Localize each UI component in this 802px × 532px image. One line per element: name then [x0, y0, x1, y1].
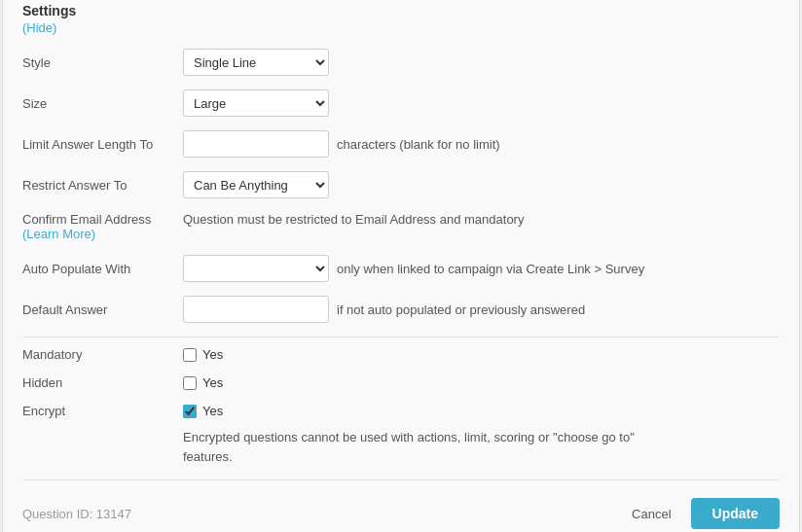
size-label: Size — [22, 96, 183, 111]
mandatory-row: Mandatory Yes — [22, 347, 780, 362]
confirm-email-main-label: Confirm Email Address — [22, 212, 183, 227]
footer: Question ID: 13147 Cancel Update — [22, 490, 780, 529]
encrypt-row: Encrypt Yes — [22, 404, 780, 418]
confirm-email-message: Question must be restricted to Email Add… — [183, 212, 524, 227]
encrypt-yes-label[interactable]: Yes — [202, 404, 223, 418]
default-answer-label: Default Answer — [22, 302, 183, 317]
divider-1 — [22, 337, 780, 337]
default-answer-input[interactable] — [183, 296, 329, 323]
mandatory-checkbox-group: Yes — [183, 347, 223, 362]
restrict-label: Restrict Answer To — [22, 178, 183, 193]
divider-2 — [22, 479, 780, 480]
hidden-checkbox[interactable] — [183, 376, 197, 390]
limit-input[interactable] — [183, 130, 329, 158]
auto-populate-select[interactable] — [183, 255, 329, 282]
confirm-email-label-group: Confirm Email Address (Learn More) — [22, 212, 183, 241]
confirm-email-row: Confirm Email Address (Learn More) Quest… — [22, 212, 780, 241]
restrict-select[interactable]: Can Be Anything Email Address Number Dat… — [183, 171, 329, 198]
style-select[interactable]: Single Line Multi Line — [183, 49, 329, 76]
style-label: Style — [22, 55, 183, 70]
mandatory-yes-label[interactable]: Yes — [202, 347, 223, 362]
restrict-row: Restrict Answer To Can Be Anything Email… — [22, 171, 780, 198]
style-row: Style Single Line Multi Line — [22, 49, 780, 76]
hidden-row: Hidden Yes — [22, 375, 780, 390]
auto-populate-row: Auto Populate With only when linked to c… — [22, 255, 780, 282]
encrypt-checkbox-group: Yes — [183, 404, 223, 418]
limit-hint: characters (blank for no limit) — [337, 137, 500, 152]
hidden-label: Hidden — [22, 375, 183, 390]
mandatory-checkbox[interactable] — [183, 348, 197, 362]
cancel-button[interactable]: Cancel — [622, 501, 680, 527]
question-id: Question ID: 13147 — [22, 507, 131, 521]
size-select[interactable]: Large Medium Small — [183, 89, 329, 117]
default-answer-row: Default Answer if not auto populated or … — [22, 296, 780, 323]
settings-panel: Settings (Hide) Style Single Line Multi … — [2, 0, 800, 532]
hidden-yes-label[interactable]: Yes — [202, 375, 223, 390]
auto-populate-label: Auto Populate With — [22, 262, 183, 276]
settings-content: Style Single Line Multi Line Size Large … — [22, 49, 780, 529]
hide-link[interactable]: (Hide) — [22, 20, 56, 35]
encrypt-label: Encrypt — [22, 404, 183, 418]
panel-title: Settings — [22, 3, 780, 18]
update-button[interactable]: Update — [691, 498, 780, 529]
limit-label: Limit Answer Length To — [22, 137, 183, 152]
encrypt-checkbox[interactable] — [183, 405, 197, 418]
size-row: Size Large Medium Small — [22, 89, 780, 117]
learn-more-link[interactable]: (Learn More) — [22, 227, 95, 241]
default-answer-hint: if not auto populated or previously answ… — [337, 302, 585, 317]
footer-buttons: Cancel Update — [622, 498, 780, 529]
mandatory-label: Mandatory — [22, 347, 183, 362]
auto-populate-hint: only when linked to campaign via Create … — [337, 262, 644, 276]
encrypted-note: Encrypted questions cannot be used with … — [183, 428, 650, 466]
hidden-checkbox-group: Yes — [183, 375, 223, 390]
limit-row: Limit Answer Length To characters (blank… — [22, 130, 780, 158]
